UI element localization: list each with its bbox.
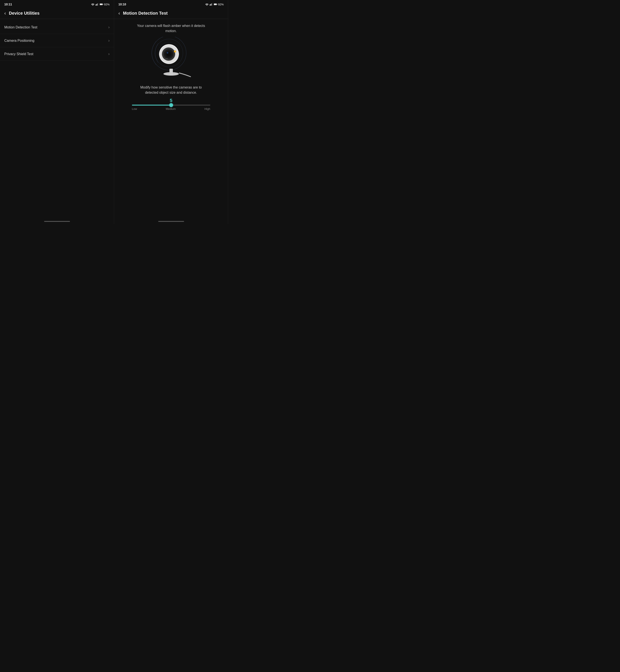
svg-rect-10 bbox=[212, 3, 212, 6]
svg-point-25 bbox=[167, 52, 168, 54]
time-right: 10:10 bbox=[118, 3, 126, 6]
svg-rect-1 bbox=[96, 4, 97, 6]
status-bar-right: 10:10 92% bbox=[114, 0, 228, 8]
svg-rect-0 bbox=[96, 4, 96, 6]
menu-item-label-camera: Camera Positioning bbox=[4, 39, 35, 43]
home-indicator-left bbox=[44, 221, 70, 222]
wifi-icon bbox=[91, 3, 95, 6]
page-title-left: Device Utilities bbox=[9, 11, 39, 16]
status-icons-left: 92% bbox=[91, 3, 110, 6]
chevron-icon-motion: › bbox=[108, 25, 110, 30]
left-screen: 10:11 92% ‹ Device Utilities Motion Dete… bbox=[0, 0, 114, 224]
svg-rect-2 bbox=[97, 4, 97, 6]
sensitivity-section: Modify how sensitive the cameras are to … bbox=[120, 85, 221, 110]
signal-icon-right bbox=[209, 3, 213, 6]
slider-label-medium: Medium bbox=[166, 107, 176, 110]
svg-rect-12 bbox=[217, 4, 217, 4]
status-icons-right: 92% bbox=[205, 3, 224, 6]
svg-rect-8 bbox=[210, 4, 211, 6]
svg-point-27 bbox=[174, 51, 176, 52]
camera-svg: arlo bbox=[145, 37, 197, 80]
menu-item-label-motion: Motion Detection Test bbox=[4, 26, 38, 29]
battery-icon bbox=[100, 3, 103, 6]
slider-thumb[interactable] bbox=[169, 103, 173, 107]
status-bar-left: 10:11 92% bbox=[0, 0, 114, 8]
home-indicator-right bbox=[158, 221, 184, 222]
svg-rect-13 bbox=[214, 4, 216, 5]
slider-labels: Low Medium High bbox=[132, 107, 210, 110]
time-left: 10:11 bbox=[4, 3, 12, 6]
battery-pct-right: 92% bbox=[218, 3, 224, 6]
svg-rect-5 bbox=[103, 4, 103, 4]
back-button-left[interactable]: ‹ bbox=[4, 11, 6, 16]
slider-track bbox=[132, 105, 210, 105]
menu-item-privacy-shield[interactable]: Privacy Shield Test › bbox=[0, 47, 114, 61]
svg-rect-7 bbox=[210, 4, 210, 6]
chevron-icon-privacy: › bbox=[108, 52, 110, 56]
slider-value-display: 5 bbox=[170, 98, 172, 103]
camera-illustration: arlo bbox=[143, 36, 199, 81]
header-left: ‹ Device Utilities bbox=[0, 8, 114, 19]
chevron-icon-camera: › bbox=[108, 38, 110, 43]
svg-rect-18 bbox=[169, 69, 173, 75]
right-content: Your camera will flash amber when it det… bbox=[114, 19, 228, 110]
battery-icon-right bbox=[214, 3, 217, 6]
svg-rect-3 bbox=[98, 3, 98, 6]
slider-label-high: High bbox=[205, 107, 210, 110]
header-right: ‹ Motion Detection Test bbox=[114, 8, 228, 19]
battery-pct-left: 92% bbox=[104, 3, 110, 6]
wifi-icon-right bbox=[205, 3, 209, 6]
svg-rect-9 bbox=[211, 4, 211, 6]
slider-wrapper: Low Medium High bbox=[130, 105, 212, 110]
menu-item-motion-detection[interactable]: Motion Detection Test › bbox=[0, 21, 114, 34]
signal-icon bbox=[95, 3, 99, 6]
svg-rect-6 bbox=[100, 4, 102, 5]
camera-flash-description: Your camera will flash amber when it det… bbox=[135, 23, 208, 34]
right-screen: 10:10 92% ‹ Motion Detection Test Your c… bbox=[114, 0, 228, 224]
slider-fill bbox=[132, 105, 171, 105]
back-button-right[interactable]: ‹ bbox=[118, 11, 120, 16]
svg-text:arlo: arlo bbox=[165, 58, 168, 59]
menu-item-label-privacy: Privacy Shield Test bbox=[4, 52, 33, 56]
slider-label-low: Low bbox=[132, 107, 137, 110]
page-title-right: Motion Detection Test bbox=[123, 11, 167, 16]
sensitivity-description: Modify how sensitive the cameras are to … bbox=[135, 85, 208, 95]
menu-list: Motion Detection Test › Camera Positioni… bbox=[0, 19, 114, 62]
menu-item-camera-positioning[interactable]: Camera Positioning › bbox=[0, 34, 114, 47]
